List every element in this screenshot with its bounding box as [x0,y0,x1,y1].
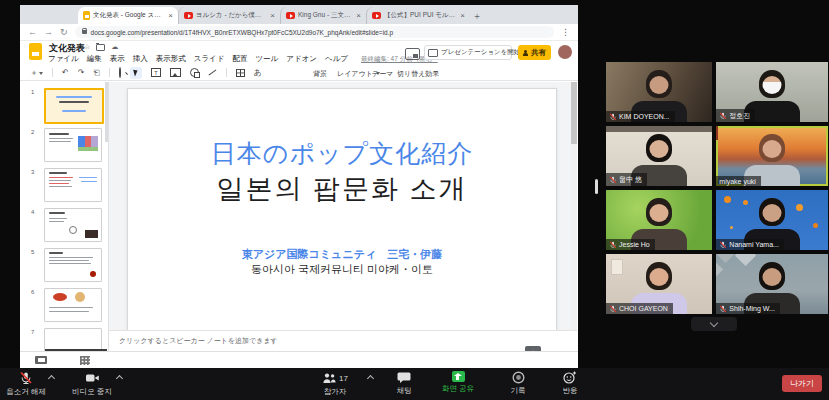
canvas-scrollbar[interactable] [571,82,577,330]
participant-tile[interactable]: Nanami Yama... [716,190,828,250]
tab-close-icon[interactable]: × [356,11,361,20]
slide-subtitle-korean[interactable]: 동아시아 국제커뮤니티 미야케・이토 [128,262,556,277]
menu-file[interactable]: ファイル [48,54,79,64]
slide-title-korean[interactable]: 일본의 팝문화 소개 [128,171,556,207]
slides-menu-bar: ファイル 編集 表示 挿入 表示形式 スライド 配置 ツール アドオン ヘルプ … [48,54,438,64]
browser-tab-strip: 文化発表 - Google スライド × ヨルシカ - だから僕は音楽を辞めた … [20,5,578,24]
participants-button[interactable]: 17 참가자 [303,371,367,397]
menu-insert[interactable]: 挿入 [133,54,148,64]
participant-tile[interactable]: 정호진 [716,62,828,122]
unmute-button[interactable]: 음소거 해제 [0,371,58,397]
share-button[interactable]: 共有 [518,45,551,60]
share-person-icon [523,50,528,55]
tab-close-icon[interactable]: × [460,11,465,20]
panel-drag-handle[interactable] [595,179,598,194]
cloud-status-icon[interactable]: ☁ [111,43,118,51]
menu-slide[interactable]: スライド [194,54,225,64]
forward-icon[interactable]: → [44,28,53,37]
text-format-tool[interactable]: あ [254,69,262,77]
menu-addons[interactable]: アドオン [286,54,317,64]
undo-icon[interactable]: ↶ [62,69,69,77]
menu-help[interactable]: ヘルプ [325,54,348,64]
youtube-favicon [372,12,381,19]
participant-tile[interactable]: CHOI GAYEON [606,254,712,314]
slide-thumbnail-6[interactable]: 6 [44,288,104,323]
browser-tab-slides[interactable]: 文化発表 - Google スライド × [78,7,178,24]
participant-tile[interactable]: Jessie Ho [606,190,712,250]
participant-name-label: miyake yuki [716,176,761,186]
slide-thumbnail-2[interactable]: 2 [44,128,104,163]
leave-meeting-button[interactable]: 나가기 [782,375,822,392]
filmstrip-view-icon[interactable] [35,356,47,364]
tab-close-icon[interactable]: × [270,11,275,20]
slide-thumbnail-4[interactable]: 4 [44,208,104,243]
current-slide[interactable]: 日本のポップ文化紹介 일본의 팝문화 소개 東アジア国際コミュニティ 三宅・伊藤… [127,88,557,332]
menu-arrange[interactable]: 配置 [232,54,247,64]
slides-header: 文化発表 ☆ ☁ ファイル 編集 表示 挿入 表示形式 スライド 配置 ツール … [20,41,578,65]
slide-thumbnail-5[interactable]: 5 [44,248,104,283]
gallery-collapse-button[interactable] [691,317,737,331]
print-icon[interactable]: ⎗ [93,69,99,77]
browser-tab-youtube-1[interactable]: ヨルシカ - だから僕は音楽を辞めた × [178,7,280,24]
participant-name-label: 畠中 悠 [606,173,647,186]
start-presentation-button[interactable]: プレゼンテーションを開始 ▾ [424,45,512,60]
reactions-button[interactable]: 반응 [538,371,602,396]
background-button[interactable]: 背景 [313,69,327,79]
tab-title: 【公式】PUI PUI モルカー 第1話 [384,11,457,20]
zoom-tool-button[interactable] [119,69,121,77]
theme-button[interactable]: テーマ [372,69,393,79]
participants-icon [322,372,337,385]
slides-toolbar: ＋ ↶ ↷ ⎗ T あ 背景 レイアウト テーマ 切り替え効果 [20,65,578,81]
transition-button[interactable]: 切り替え効果 [397,69,439,79]
magnifier-icon [119,67,121,78]
url-omnibox[interactable]: docs.google.com/presentation/d/1T4fHVX_B… [75,26,554,38]
menu-format[interactable]: 表示形式 [156,54,186,64]
insert-table-tool[interactable] [236,69,245,77]
grid-view-icon[interactable] [80,356,90,365]
participant-name-label: 정호진 [716,109,755,122]
browser-menu-icon[interactable]: ⋮ [561,27,570,37]
select-tool-button-active[interactable] [130,67,142,79]
https-lock-icon [82,30,87,34]
menu-edit[interactable]: 編集 [87,54,102,64]
participant-tile[interactable]: Shih-Ming W... [716,254,828,314]
muted-mic-icon [719,305,727,313]
account-avatar[interactable] [558,45,572,59]
move-folder-icon[interactable] [96,44,105,51]
horizontal-scrollbar-thumb[interactable] [45,349,107,351]
reload-icon[interactable]: ↻ [60,28,68,37]
back-icon[interactable]: ← [28,28,37,37]
new-slide-button[interactable]: ＋ [30,69,43,77]
picture-in-picture-icon[interactable] [405,48,420,60]
new-tab-button[interactable]: ＋ [470,9,484,24]
menu-tools[interactable]: ツール [255,54,278,64]
slide-filmstrip: 1 2 3 [20,82,109,352]
insert-image-tool[interactable] [170,68,181,77]
url-text: docs.google.com/presentation/d/1T4fHVX_B… [91,29,394,36]
star-icon[interactable]: ☆ [84,43,90,51]
insert-line-tool[interactable] [208,69,216,75]
slide-thumbnail-1[interactable]: 1 [44,88,104,123]
insert-shape-tool[interactable] [190,68,199,77]
present-screen-icon [428,49,438,57]
participant-tile[interactable]: 畠中 悠 [606,126,712,186]
slide-thumbnail-3[interactable]: 3 [44,168,104,203]
share-screen-button[interactable]: 화면 공유 [426,371,490,394]
menu-view[interactable]: 表示 [110,54,125,64]
tab-title: 文化発表 - Google スライド [93,11,165,20]
redo-icon[interactable]: ↷ [78,69,85,77]
browser-tab-youtube-3[interactable]: 【公式】PUI PUI モルカー 第1話 × [366,7,470,24]
participant-tile[interactable]: KIM DOYEON... [606,62,712,122]
slide-subtitle-japanese[interactable]: 東アジア国際コミュニティ 三宅・伊藤 [128,247,556,262]
text-box-tool[interactable]: T [151,68,161,77]
chat-bubble-icon [397,371,411,384]
share-screen-icon [452,371,465,382]
browser-tab-youtube-2[interactable]: King Gnu - 三文小説 - YouTube × [280,7,366,24]
participant-tile-active-speaker[interactable]: miyake yuki [716,126,828,186]
chrome-browser-window: 文化発表 - Google スライド × ヨルシカ - だから僕は音楽を辞めた … [20,5,578,368]
stop-video-button[interactable]: 비디오 중지 [60,371,124,397]
filmstrip-scrollbar[interactable] [105,82,108,142]
tab-close-icon[interactable]: × [168,11,173,20]
speaker-notes-area[interactable]: クリックするとスピーカー ノートを追加できます [109,330,577,352]
slide-title-japanese[interactable]: 日本のポップ文化紹介 [128,137,556,170]
